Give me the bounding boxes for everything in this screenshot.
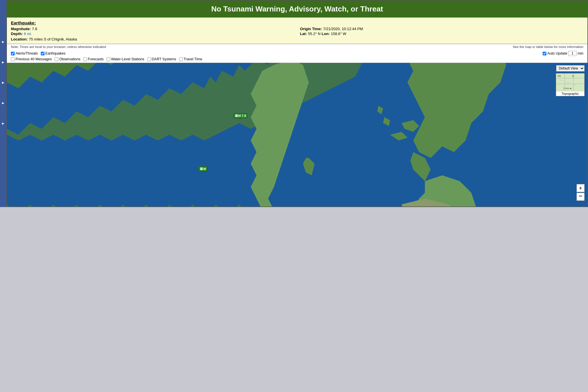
prev40-checkbox-label[interactable]: Previous 40 Messages: [11, 57, 52, 61]
traveltime-checkbox[interactable]: [179, 57, 183, 61]
earthquake-flag-2[interactable]: 🏛 M: [198, 166, 207, 171]
map-thumbnail-preview: WN 22 S Main ▶: [556, 73, 584, 91]
controls-row-1: Alerts/Threats Earthquakes Auto Update m…: [11, 51, 583, 56]
eq-flag-icon-1: 🏛: [235, 114, 238, 117]
auto-update-checkbox[interactable]: [543, 52, 546, 55]
sidebar-arrow-5[interactable]: ▶: [2, 122, 4, 125]
note-right: See the map or table below for more info…: [513, 45, 583, 49]
sidebar: ▶ ▶ ▶ ▶ ▶: [0, 0, 6, 207]
latlon-row: Lat: 55.2° N Lon: 158.6° W: [300, 32, 583, 36]
sidebar-arrow-3[interactable]: ▶: [2, 81, 4, 84]
map-view-dropdown[interactable]: Default View Pacific View Atlantic View: [556, 65, 585, 72]
svg-text:22: 22: [572, 75, 574, 77]
earthquake-marker-2[interactable]: 🏛 M: [198, 166, 207, 171]
prev40-checkbox[interactable]: [11, 57, 15, 61]
eq-flag-icon-2: 🏛: [200, 167, 203, 171]
waterlevel-label: Water-Level Stations: [111, 57, 144, 61]
depth-row: Depth: 8 mi.: [11, 32, 294, 36]
thumbnail-label[interactable]: Topographic: [556, 91, 584, 96]
dart-checkbox-label[interactable]: DART Systems: [147, 57, 176, 61]
thumbnail-svg: WN 22 S Main ▶: [556, 73, 585, 91]
traveltime-label: Travel Time: [184, 57, 202, 61]
banner-text: No Tsunami Warning, Advisory, Watch, or …: [211, 5, 383, 13]
location-value: 75 miles S of Chignik, Alaska: [29, 37, 77, 41]
waterlevel-checkbox[interactable]: [107, 57, 110, 61]
auto-update-group: Auto Update min: [543, 51, 583, 56]
earthquakes-checkbox-label[interactable]: Earthquakes: [41, 51, 65, 55]
map-thumbnail[interactable]: WN 22 S Main ▶ Topographic: [556, 73, 585, 96]
main-content: No Tsunami Warning, Advisory, Watch, or …: [6, 0, 588, 207]
map-container[interactable]: 🏛 M 7.8 🏛 M Default View Pacific View At…: [7, 63, 587, 206]
controls-bar: Alerts/Threats Earthquakes Auto Update m…: [7, 49, 587, 63]
earthquake-details-grid: Magnitude: 7.8 Origin Time: 7/21/2020, 1…: [11, 27, 583, 36]
lat-value: 55.2° N: [308, 32, 321, 36]
prev40-label: Previous 40 Messages: [16, 57, 52, 61]
earthquake-flag-1[interactable]: 🏛 M 7.8: [233, 113, 248, 118]
origin-value: 7/21/2020, 10:12:44 PM: [323, 27, 363, 31]
dart-checkbox[interactable]: [147, 57, 151, 61]
earthquake-title: Earthquake:: [11, 20, 583, 25]
earthquakes-label: Earthquakes: [45, 51, 65, 55]
map-background: 🏛 M 7.8 🏛 M Default View Pacific View At…: [7, 63, 587, 206]
auto-update-unit: min: [578, 51, 583, 55]
observations-label: Observations: [59, 57, 80, 61]
map-view-select-container[interactable]: Default View Pacific View Atlantic View: [556, 65, 585, 72]
earthquake-marker-1[interactable]: 🏛 M 7.8: [233, 113, 248, 118]
sidebar-arrow-4[interactable]: ▶: [2, 101, 4, 105]
forecasts-label: Forecasts: [88, 57, 104, 61]
origin-row: Origin Time: 7/21/2020, 10:12:44 PM: [300, 27, 583, 31]
status-banner: No Tsunami Warning, Advisory, Watch, or …: [7, 1, 587, 18]
auto-update-input[interactable]: [568, 51, 577, 56]
alerts-label: Alerts/Threats: [16, 51, 38, 55]
earthquake-info-panel: Earthquake: Magnitude: 7.8 Origin Time: …: [7, 18, 587, 44]
magnitude-label: Magnitude:: [11, 27, 31, 31]
observations-checkbox-label[interactable]: Observations: [55, 57, 80, 61]
forecasts-checkbox-label[interactable]: Forecasts: [83, 57, 104, 61]
sidebar-arrow-2[interactable]: ▶: [2, 61, 4, 64]
eq-flag-label-1: M 7.8: [238, 114, 246, 117]
alerts-checkbox[interactable]: [11, 52, 15, 55]
controls-row-2: Previous 40 Messages Observations Foreca…: [11, 57, 583, 61]
note-bar: Note: Times are local to your browser, u…: [7, 44, 587, 49]
svg-text:S Main ▶: S Main ▶: [563, 87, 572, 89]
sidebar-arrow-1[interactable]: ▶: [2, 40, 4, 43]
note-left: Note: Times are local to your browser, u…: [11, 45, 106, 49]
depth-label: Depth:: [11, 32, 23, 36]
zoom-out-button[interactable]: −: [577, 193, 585, 201]
traveltime-checkbox-label[interactable]: Travel Time: [179, 57, 202, 61]
location-label: Location:: [11, 37, 28, 41]
magnitude-row: Magnitude: 7.8: [11, 27, 294, 31]
map-zoom-controls: + −: [577, 184, 585, 201]
lon-value: 158.6° W: [331, 32, 347, 36]
eq-flag-label-2: M: [203, 167, 206, 171]
origin-label: Origin Time:: [300, 27, 322, 31]
forecasts-checkbox[interactable]: [83, 57, 87, 61]
lat-label: Lat:: [300, 32, 307, 36]
lon-label: Lon:: [322, 32, 330, 36]
depth-value: 8 mi.: [24, 32, 32, 36]
zoom-in-button[interactable]: +: [577, 184, 585, 192]
observations-checkbox[interactable]: [55, 57, 58, 61]
svg-text:WN: WN: [558, 75, 561, 77]
dart-label: DART Systems: [152, 57, 176, 61]
location-row: Location: 75 miles S of Chignik, Alaska: [11, 37, 583, 41]
auto-update-checkbox-label[interactable]: Auto Update: [543, 51, 567, 55]
magnitude-value: 7.8: [32, 27, 37, 31]
auto-update-label: Auto Update: [547, 51, 567, 55]
world-map-svg: [7, 63, 587, 206]
alerts-checkbox-label[interactable]: Alerts/Threats: [11, 51, 38, 55]
waterlevel-checkbox-label[interactable]: Water-Level Stations: [107, 57, 144, 61]
earthquakes-checkbox[interactable]: [41, 52, 45, 55]
